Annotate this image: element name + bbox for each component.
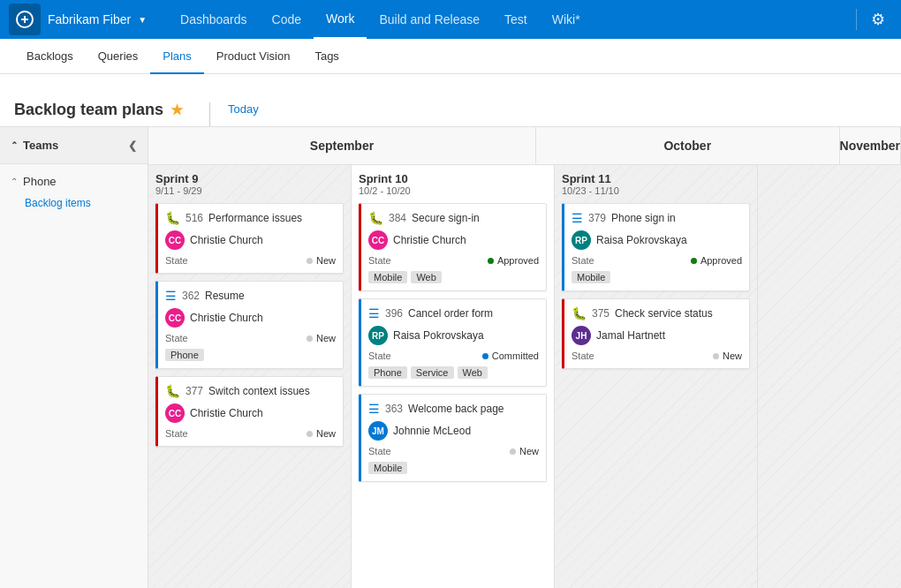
month-october: October — [536, 127, 840, 164]
assignee-377: Christie Church — [190, 407, 263, 419]
subnav-queries[interactable]: Queries — [86, 39, 151, 74]
subnav-plans[interactable]: Plans — [150, 39, 204, 74]
story-icon-362: ☰ — [165, 289, 177, 303]
state-value-377: New — [307, 428, 336, 439]
card-396-state: State Committed — [368, 351, 539, 361]
state-text-375: New — [723, 351, 742, 361]
subnav-backlogs[interactable]: Backlogs — [14, 39, 86, 74]
state-text-384: Approved — [497, 255, 539, 266]
card-362-title-row: ☰ 362 Resume — [165, 289, 336, 303]
today-link[interactable]: Today — [209, 102, 259, 126]
card-377-id: 377 — [186, 385, 203, 397]
card-363-id: 363 — [385, 403, 403, 415]
card-379-assignee: RP Raisa Pokrovskaya — [572, 230, 742, 250]
sprints-container: Sprint 9 9/11 - 9/29 🐛 516 Performance i… — [148, 165, 901, 588]
bug-icon-375: 🐛 — [572, 306, 587, 320]
card-516-state: State New — [165, 255, 336, 266]
state-dot-362 — [307, 335, 313, 342]
state-text-363: New — [519, 446, 539, 456]
card-362-id: 362 — [182, 290, 200, 302]
avatar-379: RP — [572, 230, 591, 250]
month-september: September — [148, 127, 536, 164]
state-dot-516 — [307, 258, 313, 264]
chevron-left-icon[interactable]: ❮ — [128, 139, 137, 152]
state-dot-396 — [482, 353, 488, 359]
card-377-assignee: CC Christie Church — [165, 403, 336, 423]
avatar-384: CC — [368, 230, 388, 250]
assignee-363: Johnnie McLeod — [393, 425, 471, 437]
avatar-377: CC — [165, 403, 185, 423]
avatar-362: CC — [165, 308, 185, 328]
collapse-teams-icon: ⌃ — [11, 140, 18, 150]
tag-mobile-384: Mobile — [368, 271, 407, 283]
card-375-title: Check service status — [615, 307, 713, 320]
sprint-11-dates: 10/23 - 11/10 — [562, 185, 750, 196]
state-label-516: State — [165, 255, 188, 266]
card-516: 🐛 516 Performance issues CC Christie Chu… — [155, 203, 344, 274]
assignee-396: Raisa Pokrovskaya — [393, 329, 484, 342]
nav-build-release[interactable]: Build and Release — [367, 0, 492, 39]
card-516-id: 516 — [186, 212, 203, 224]
subnav-tags[interactable]: Tags — [302, 39, 351, 74]
nav-test[interactable]: Test — [492, 0, 540, 39]
tag-phone-362: Phone — [165, 349, 204, 361]
card-377-title-row: 🐛 377 Switch context issues — [165, 384, 336, 398]
state-value-362: New — [307, 333, 336, 343]
teams-label: Teams — [23, 139, 58, 152]
sprint-11-name: Sprint 11 — [562, 172, 750, 185]
avatar-516: CC — [165, 230, 185, 250]
card-363-assignee: JM Johnnie McLeod — [368, 421, 539, 441]
card-379-id: 379 — [588, 212, 606, 224]
card-396-assignee: RP Raisa Pokrovskaya — [368, 326, 539, 345]
state-dot-379 — [691, 258, 697, 264]
nav-wiki[interactable]: Wiki* — [540, 0, 593, 39]
nav-work[interactable]: Work — [314, 0, 367, 39]
nav-code[interactable]: Code — [260, 0, 314, 39]
story-icon-396: ☰ — [368, 306, 380, 320]
card-396-title: Cancel order form — [408, 307, 493, 320]
avatar-375: JH — [572, 326, 591, 345]
page-title-group: Backlog team plans ★ — [14, 101, 183, 126]
tag-web-396: Web — [458, 366, 488, 379]
card-363: ☰ 363 Welcome back page JM Johnnie McLeo… — [359, 394, 547, 482]
sprint-10-dates: 10/2 - 10/20 — [359, 185, 547, 196]
assignee-379: Raisa Pokrovskaya — [596, 234, 687, 246]
nav-divider — [856, 9, 857, 30]
nav-dashboards[interactable]: Dashboards — [168, 0, 260, 39]
brand-name[interactable]: Fabrikam Fiber ▼ — [48, 12, 150, 26]
sidebar-item-backlog[interactable]: Backlog items — [0, 193, 148, 213]
card-516-title: Performance issues — [208, 212, 302, 224]
state-value-375: New — [713, 351, 742, 361]
card-384-tags: Mobile Web — [368, 271, 539, 283]
state-label-377: State — [165, 428, 188, 439]
favorite-star-icon[interactable]: ★ — [170, 102, 183, 118]
main-layout: ⌃ Teams ❮ ⌃ Phone Backlog items Septembe… — [0, 127, 901, 588]
card-396-id: 396 — [385, 307, 403, 320]
sidebar-header: ⌃ Teams ❮ — [0, 127, 148, 164]
assignee-516: Christie Church — [190, 234, 263, 246]
card-362-assignee: CC Christie Church — [165, 308, 336, 328]
empty-sprint-area — [758, 165, 901, 588]
card-362: ☰ 362 Resume CC Christie Church State Ne… — [155, 281, 344, 369]
card-362-tags: Phone — [165, 349, 336, 361]
sidebar-item-phone[interactable]: ⌃ Phone — [0, 170, 148, 193]
card-363-tags: Mobile — [368, 462, 539, 474]
card-384: 🐛 384 Secure sign-in CC Christie Church … — [359, 203, 547, 291]
avatar-363: JM — [368, 421, 388, 441]
state-text-377: New — [316, 428, 336, 439]
card-384-id: 384 — [389, 212, 406, 224]
sprint-11-header: Sprint 11 10/23 - 11/10 — [562, 172, 750, 196]
teams-sidebar: ⌃ Teams ❮ ⌃ Phone Backlog items — [0, 127, 148, 588]
card-384-title: Secure sign-in — [412, 212, 480, 224]
card-384-assignee: CC Christie Church — [368, 230, 539, 250]
state-label-384: State — [368, 255, 391, 266]
tag-service-396: Service — [411, 366, 454, 379]
subnav-product-vision[interactable]: Product Vision — [204, 39, 303, 74]
tag-web-384: Web — [411, 271, 441, 283]
page-header: Backlog team plans ★ Today — [0, 74, 901, 127]
card-362-title: Resume — [205, 290, 245, 302]
settings-icon[interactable]: ⚙ — [864, 10, 892, 29]
tag-mobile-363: Mobile — [368, 462, 407, 474]
card-375: 🐛 375 Check service status JH Jamal Hart… — [562, 298, 750, 369]
state-value-379: Approved — [691, 255, 742, 266]
